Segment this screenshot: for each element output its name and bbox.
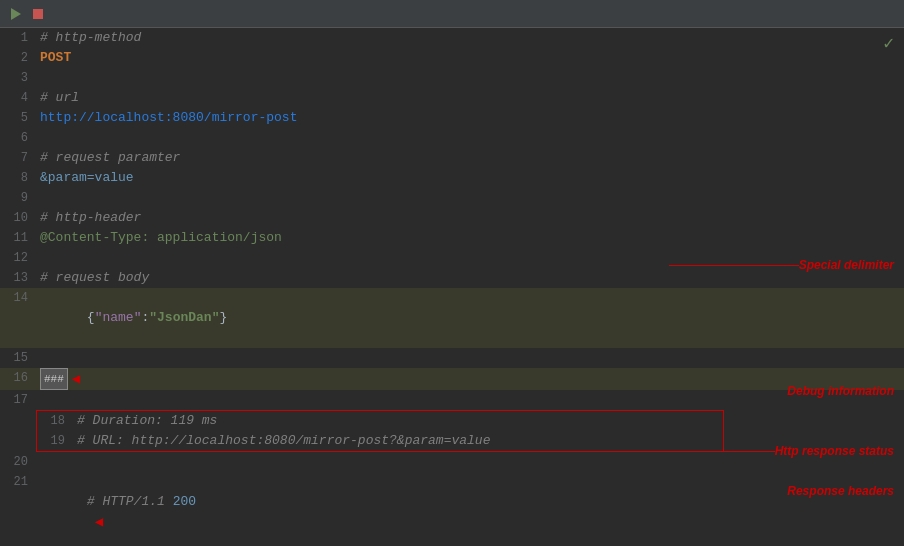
stop-button[interactable] — [30, 6, 46, 22]
special-delimiter-annotation: Special delimiter — [669, 258, 894, 272]
line-4: 4 # url — [0, 88, 904, 108]
line-6: 6 — [0, 128, 904, 148]
toolbar — [0, 0, 904, 28]
line-10: 10 # http-header — [0, 208, 904, 228]
line-18: 18 # Duration: 119 ms — [37, 411, 723, 431]
editor-area: 1 # http-method 2 POST 3 4 # url 5 http:… — [0, 28, 904, 546]
left-arrow-21: ◀ — [95, 514, 103, 530]
play-button[interactable] — [8, 6, 24, 22]
line-11: 11 @Content-Type: application/json — [0, 228, 904, 248]
line-7: 7 # request paramter — [0, 148, 904, 168]
line-3: 3 — [0, 68, 904, 88]
line-19: 19 # URL: http://localhost:8080/mirror-p… — [37, 431, 723, 451]
checkmark-icon: ✓ — [883, 32, 894, 54]
separator-marker: ### — [40, 368, 68, 390]
debug-box: 18 # Duration: 119 ms 19 # URL: http://l… — [36, 410, 724, 452]
line-5: 5 http://localhost:8080/mirror-post — [0, 108, 904, 128]
line-1: 1 # http-method — [0, 28, 904, 48]
http-response-status-annotation: Http response status — [675, 444, 894, 458]
line-16-separator: 16 ### ◀ — [0, 368, 904, 390]
stop-icon — [33, 9, 43, 19]
play-icon — [11, 8, 21, 20]
response-headers-annotation: Response headers — [787, 484, 894, 499]
line-15: 15 — [0, 348, 904, 368]
debug-information-annotation: Debug information — [787, 384, 894, 398]
line-9: 9 — [0, 188, 904, 208]
line-8: 8 &param=value — [0, 168, 904, 188]
line-21: 21 # HTTP/1.1 200 ◀ — [0, 472, 904, 546]
line-2: 2 POST — [0, 48, 904, 68]
line-14: 14 {"name":"JsonDan"} — [0, 288, 904, 348]
left-arrow-16: ◀ — [72, 369, 80, 389]
line-17: 17 — [0, 390, 904, 410]
